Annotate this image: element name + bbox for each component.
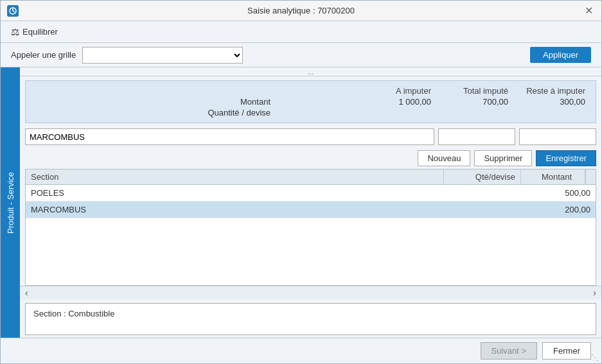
- summary-val-a-imputer: 1 000,00: [354, 97, 431, 107]
- summary-bar: A imputer Total imputé Reste à imputer M…: [25, 80, 596, 123]
- amount-input[interactable]: [519, 128, 596, 145]
- td-qty: [454, 202, 531, 218]
- col-header-montant: Montant: [521, 169, 585, 184]
- table-body: POELES 500,00 MARCOMBUS 200,00: [26, 185, 596, 285]
- info-box: Section : Combustible: [25, 303, 596, 335]
- col-header-section: Section: [26, 169, 444, 184]
- toolbar: ⚖ Equilibrer: [1, 21, 601, 43]
- summary-col-blank: [277, 97, 354, 107]
- supprimer-button[interactable]: Supprimer: [474, 150, 532, 166]
- summary-val-reste: 300,00: [508, 97, 585, 107]
- analytic-table: Section Qté/devise Montant POELES 500,00…: [25, 169, 596, 286]
- app-icon: [7, 5, 19, 17]
- scale-icon: ⚖: [11, 26, 19, 38]
- expander-dots[interactable]: ...: [20, 67, 601, 76]
- bottom-bar: Suivant > Fermer: [1, 338, 601, 363]
- main-content: ... A imputer Total imputé Reste à imput…: [20, 67, 601, 338]
- summary-quantite-blank3: [431, 108, 508, 117]
- info-text: Section : Combustible: [33, 309, 114, 318]
- section-input[interactable]: [25, 128, 434, 145]
- summary-data-row2: Quantité / devise: [36, 108, 585, 117]
- summary-val-total-impute: 700,00: [431, 97, 508, 107]
- appliquer-button[interactable]: Appliquer: [530, 47, 591, 63]
- summary-header-a-imputer: A imputer: [354, 86, 431, 96]
- content-area: Produit - Service ... A imputer Total im…: [1, 67, 601, 338]
- produit-service-tab[interactable]: Produit - Service: [1, 67, 20, 338]
- col-header-qty: Qté/devise: [444, 169, 521, 184]
- summary-header-reste: Reste à imputer: [508, 86, 585, 96]
- top-controls: Appeler une grille Appliquer: [1, 43, 601, 67]
- main-window: Saisie analytique : 70700200 ✕ ⚖ Equilib…: [0, 0, 602, 364]
- suivant-button[interactable]: Suivant >: [481, 342, 538, 360]
- window-title: Saisie analytique : 70700200: [247, 6, 355, 15]
- close-button[interactable]: ✕: [582, 4, 595, 17]
- td-qty: [454, 185, 531, 201]
- horizontal-scroll[interactable]: ‹ ›: [20, 286, 601, 299]
- appeler-label: Appeler une grille: [11, 50, 76, 60]
- grille-select[interactable]: [82, 47, 243, 64]
- resize-handle[interactable]: ⋱: [591, 353, 599, 362]
- scroll-right-arrow[interactable]: ›: [590, 288, 599, 298]
- summary-montant-label: Montant: [36, 97, 277, 107]
- fermer-button[interactable]: Fermer: [542, 342, 591, 360]
- td-amount: 500,00: [531, 185, 596, 201]
- enregistrer-button[interactable]: Enregistrer: [536, 150, 596, 166]
- input-row: [25, 128, 596, 145]
- summary-header-montant: [277, 86, 354, 96]
- summary-quantite-label: Quantité / devise: [36, 108, 277, 117]
- summary-quantite-blank4: [508, 108, 585, 117]
- nouveau-button[interactable]: Nouveau: [418, 150, 470, 166]
- table-row[interactable]: POELES 500,00: [26, 185, 596, 202]
- table-header: Section Qté/devise Montant: [26, 169, 596, 185]
- td-section: MARCOMBUS: [26, 202, 454, 218]
- equilibrer-button[interactable]: ⚖ Equilibrer: [7, 24, 62, 40]
- summary-data-row1: Montant 1 000,00 700,00 300,00: [36, 97, 585, 107]
- table-row[interactable]: MARCOMBUS 200,00: [26, 202, 596, 218]
- td-section: POELES: [26, 185, 454, 201]
- summary-header-total-impute: Total imputé: [431, 86, 508, 96]
- summary-quantite-blank1: [277, 108, 354, 117]
- scroll-left-arrow[interactable]: ‹: [22, 288, 31, 298]
- summary-header-row: A imputer Total imputé Reste à imputer: [36, 86, 585, 96]
- summary-quantite-blank2: [354, 108, 431, 117]
- action-row: Nouveau Supprimer Enregistrer: [25, 150, 596, 166]
- title-bar: Saisie analytique : 70700200 ✕: [1, 1, 601, 21]
- equilibrer-label: Equilibrer: [22, 27, 58, 37]
- td-amount: 200,00: [531, 202, 596, 218]
- qty-input[interactable]: [438, 128, 515, 145]
- svg-line-2: [13, 11, 15, 12]
